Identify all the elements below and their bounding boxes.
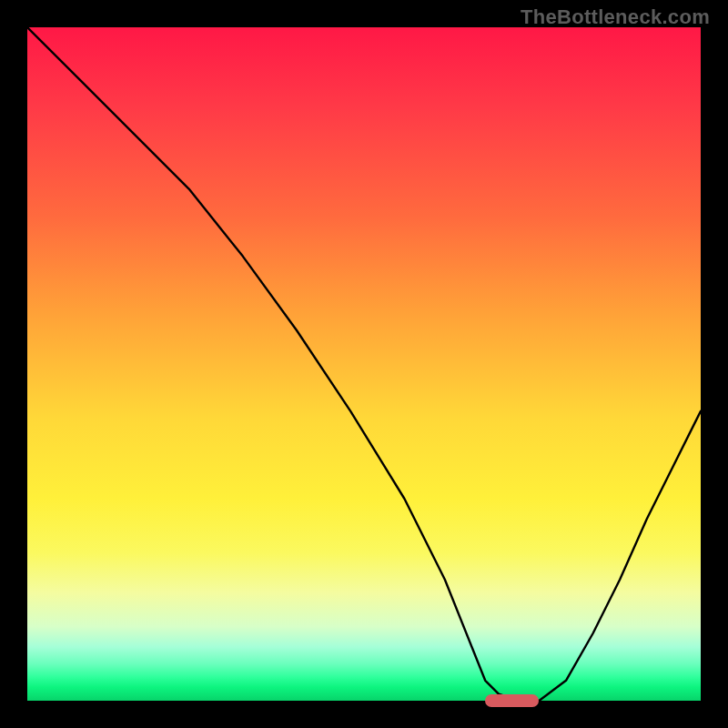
bottleneck-curve xyxy=(27,27,701,701)
plot-area xyxy=(27,27,701,701)
curve-path xyxy=(27,27,701,701)
optimal-marker xyxy=(485,694,539,707)
watermark-text: TheBottleneck.com xyxy=(521,5,710,29)
chart-stage: TheBottleneck.com xyxy=(0,0,728,728)
